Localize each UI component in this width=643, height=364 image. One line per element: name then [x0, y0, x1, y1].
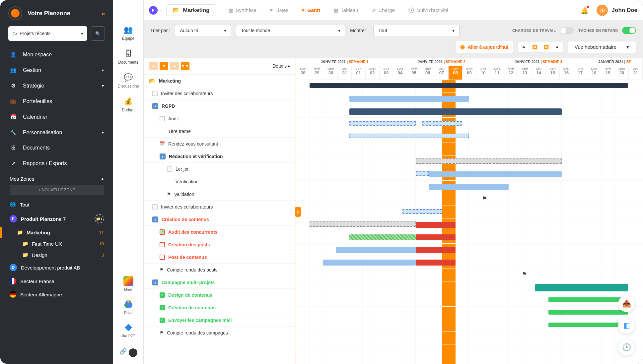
gantt-row[interactable]	[296, 218, 643, 231]
mini-documents[interactable]: 🗄Documents	[117, 49, 139, 65]
task-row[interactable]: Vérification	[144, 175, 296, 188]
task-row[interactable]: Audit	[144, 112, 296, 125]
sort-select[interactable]: Aucun tri▾	[175, 25, 231, 36]
app-drive[interactable]: Drive	[123, 299, 133, 315]
gantt-bar[interactable]	[310, 221, 416, 227]
gantt-row[interactable]	[296, 168, 643, 181]
gantt-bar[interactable]	[548, 323, 628, 327]
link-icon[interactable]: 🔗	[119, 348, 127, 355]
gantt-bar[interactable]	[336, 247, 416, 253]
zone-all[interactable]: 🌐 Tout	[0, 198, 113, 211]
gantt-bar[interactable]	[349, 108, 562, 115]
task-row[interactable]: 1er jet	[144, 163, 296, 175]
collapse-all-button[interactable]: ▼▼	[181, 62, 189, 70]
gantt-row[interactable]	[296, 256, 643, 269]
gantt-row[interactable]	[296, 155, 643, 168]
task-row[interactable]: ▲Campagne multi-projets	[144, 276, 296, 289]
gantt-row[interactable]	[296, 332, 643, 344]
nav-last-button[interactable]: ⏭	[552, 42, 563, 52]
gantt-bar[interactable]	[349, 134, 469, 138]
gantt-bar[interactable]	[535, 284, 628, 291]
view-select[interactable]: Vue hebdomadaire▾	[568, 41, 636, 53]
gantt-bar[interactable]	[429, 171, 562, 177]
history-fab[interactable]: 🕓	[618, 339, 635, 356]
task-row[interactable]: ▲Rédaction et vérification	[144, 150, 296, 163]
nav-gestion[interactable]: 👥Gestion▾	[0, 62, 113, 78]
nav-monespace[interactable]: 👤Mon espace	[0, 47, 113, 62]
gantt-row[interactable]	[296, 231, 643, 244]
gantt-bar[interactable]	[402, 209, 442, 214]
task-row[interactable]: 📅Rendez-vous consultant	[144, 138, 296, 150]
gantt-row[interactable]	[296, 206, 643, 218]
task-row[interactable]: ✓Création de contenus	[144, 301, 296, 314]
zone-germany[interactable]: Secteur Allemagne	[0, 288, 113, 301]
gantt-bar[interactable]	[349, 121, 416, 126]
nav-rapportsexports[interactable]: ↗Rapports / Exports	[0, 155, 113, 171]
splitter-handle[interactable]: ||	[295, 207, 301, 217]
task-row[interactable]: ⚑Compte rendu des posts	[144, 264, 296, 276]
gantt-bar[interactable]	[548, 297, 628, 302]
task-row[interactable]: ✓Design de contenus	[144, 289, 296, 301]
checkbox[interactable]	[160, 255, 165, 260]
user-menu[interactable]: JD John Doe	[597, 5, 637, 16]
checkbox-checked[interactable]: ✓	[160, 292, 165, 298]
gantt-bar[interactable]	[310, 83, 628, 88]
project-selector[interactable]: 📂 Marketing	[166, 4, 216, 16]
task-row[interactable]: 📂Marketing	[144, 75, 296, 87]
gantt-row[interactable]	[296, 143, 643, 155]
recent-projects-select[interactable]: 🗂 Projets récents ▾	[8, 26, 87, 41]
task-row[interactable]: ⚑Compte rendu des campages	[144, 327, 296, 339]
tab-charge[interactable]: ⟳Charge	[366, 5, 401, 16]
checkbox[interactable]	[167, 166, 172, 172]
gantt-timeline[interactable]: JANVIER 2021 | SEMAINE 1JANVIER 2021 | S…	[296, 58, 643, 364]
gantt-row[interactable]: ⚑	[296, 193, 643, 206]
gantt-bar[interactable]	[416, 171, 429, 176]
add-app-button[interactable]: +	[129, 348, 137, 357]
late-toggle[interactable]	[622, 27, 636, 34]
zone-design[interactable]: 📁 Design 3	[0, 249, 113, 261]
charges-toggle[interactable]	[560, 27, 574, 34]
export-fab[interactable]: 📤	[618, 295, 635, 312]
nav-stratgie[interactable]: ⚙Stratégie▾	[0, 78, 113, 93]
zone-france[interactable]: Secteur France	[0, 274, 113, 288]
nav-first-button[interactable]: ⏮	[518, 42, 529, 52]
gantt-row[interactable]	[296, 319, 643, 332]
gantt-bar[interactable]	[416, 234, 456, 240]
gantt-row[interactable]	[296, 181, 643, 193]
task-row[interactable]: 1ère trame	[144, 125, 296, 138]
checkbox-checked[interactable]: ✓	[160, 318, 165, 323]
gantt-row[interactable]	[296, 118, 643, 130]
gantt-row[interactable]	[296, 281, 643, 294]
checkbox-partial[interactable]	[160, 229, 165, 235]
zone-marketing[interactable]: 📁 Marketing 11	[0, 227, 113, 238]
nav-personnalisation[interactable]: 🔧Personnalisation▾	[0, 125, 113, 140]
nav-prev-button[interactable]: ⏪	[529, 42, 540, 52]
checkbox[interactable]	[152, 204, 158, 210]
scope-select[interactable]: Tout le monde▾	[236, 25, 345, 36]
collapse-group-icon[interactable]: ▲	[152, 103, 158, 109]
chevron-left-icon[interactable]: ‹	[160, 8, 162, 13]
tab-synthse[interactable]: ▦Synthèse	[223, 5, 263, 16]
zone-dev[interactable]: D Développement produit AB	[0, 261, 113, 274]
gantt-bar[interactable]	[416, 158, 562, 164]
nav-next-button[interactable]: ⏩	[540, 42, 552, 52]
gantt-bar[interactable]	[416, 247, 456, 253]
gantt-bar[interactable]	[349, 96, 469, 102]
checkbox-checked[interactable]: ✓	[160, 305, 165, 310]
zone-ux[interactable]: 📁 First Time UX 10	[0, 238, 113, 249]
task-row[interactable]: Création des posts	[144, 238, 296, 251]
checkbox[interactable]	[160, 116, 165, 121]
tab-listes[interactable]: ≡Listes	[264, 5, 294, 16]
gantt-bar[interactable]	[422, 121, 462, 126]
expand-level-button[interactable]: ▲	[170, 62, 179, 70]
milestone-flag-icon[interactable]: ⚑	[482, 195, 487, 202]
expand-all-button[interactable]: ▲	[149, 62, 158, 70]
mini-discussions[interactable]: 💬Discussions	[117, 73, 139, 89]
tab-gantt[interactable]: ≡Gantt	[296, 5, 326, 16]
checkbox[interactable]	[160, 242, 165, 247]
task-row[interactable]: Inviter des collaborateurs	[144, 87, 296, 100]
nav-documents[interactable]: 🗄Documents	[0, 140, 113, 155]
gantt-row[interactable]	[296, 307, 643, 319]
mini-budget[interactable]: 💰Budget	[117, 97, 139, 112]
tab-suividactivit[interactable]: 🕓Suivi d'activité	[402, 5, 455, 16]
